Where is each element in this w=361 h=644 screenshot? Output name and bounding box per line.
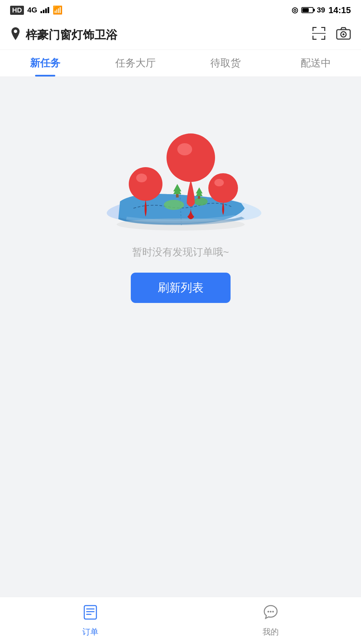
status-right: ◎ 39 14:15 — [292, 5, 351, 16]
svg-point-23 — [214, 179, 224, 186]
tab-pickup[interactable]: 待取货 — [181, 50, 271, 76]
nav-item-orders[interactable]: 订单 — [0, 597, 181, 644]
svg-rect-6 — [312, 36, 313, 40]
battery-percent: 39 — [317, 6, 325, 14]
svg-rect-4 — [324, 27, 325, 31]
header-title-area: 梓豪门窗灯饰卫浴 — [10, 27, 117, 43]
camera-icon[interactable] — [336, 27, 351, 43]
svg-rect-26 — [176, 194, 179, 197]
bottom-nav[interactable]: 订单 我的 — [0, 597, 361, 644]
chat-icon — [263, 604, 279, 624]
svg-point-12 — [342, 33, 344, 35]
header: 梓豪门窗灯饰卫浴 — [0, 20, 361, 50]
location-status-icon: ◎ — [292, 6, 298, 14]
battery-icon — [301, 7, 313, 13]
svg-rect-29 — [198, 196, 200, 199]
scan-icon[interactable] — [312, 26, 326, 43]
tab-delivering[interactable]: 配送中 — [271, 50, 361, 76]
svg-point-17 — [117, 218, 245, 231]
svg-point-0 — [14, 30, 17, 33]
nav-item-mine[interactable]: 我的 — [181, 597, 361, 644]
svg-point-18 — [167, 133, 215, 182]
header-actions[interactable] — [312, 26, 351, 43]
svg-point-22 — [208, 173, 238, 203]
status-bar: HD 4G 📶 ◎ 39 14:15 — [0, 0, 361, 20]
svg-point-19 — [177, 143, 192, 155]
hd-label: HD — [10, 6, 24, 15]
main-content: 暂时没有发现订单哦~ 刷新列表 — [0, 77, 361, 597]
empty-state-text: 暂时没有发现订单哦~ — [132, 245, 229, 259]
network-label: 4G — [27, 6, 37, 14]
refresh-button[interactable]: 刷新列表 — [131, 273, 231, 303]
svg-point-34 — [268, 611, 269, 612]
svg-rect-8 — [324, 36, 325, 40]
orders-icon — [82, 604, 98, 624]
tab-task-hall[interactable]: 任务大厅 — [90, 50, 181, 76]
svg-point-16 — [194, 197, 208, 206]
wifi-icon: 📶 — [53, 5, 63, 15]
tab-new-task[interactable]: 新任务 — [0, 50, 90, 76]
time: 14:15 — [329, 5, 351, 16]
empty-illustration — [100, 104, 262, 232]
header-title: 梓豪门窗灯饰卫浴 — [26, 27, 117, 43]
status-left: HD 4G 📶 — [10, 5, 63, 15]
svg-point-36 — [272, 611, 274, 612]
svg-point-35 — [270, 611, 272, 612]
nav-mine-label: 我的 — [263, 626, 279, 637]
svg-point-20 — [129, 167, 162, 201]
nav-orders-label: 订单 — [82, 626, 98, 637]
svg-point-21 — [136, 174, 147, 182]
signal-icon — [40, 7, 49, 13]
svg-rect-2 — [312, 27, 313, 31]
location-icon — [10, 27, 21, 43]
svg-rect-9 — [312, 33, 326, 34]
svg-point-15 — [164, 200, 184, 210]
svg-rect-30 — [84, 606, 96, 619]
tab-bar[interactable]: 新任务 任务大厅 待取货 配送中 — [0, 50, 361, 77]
